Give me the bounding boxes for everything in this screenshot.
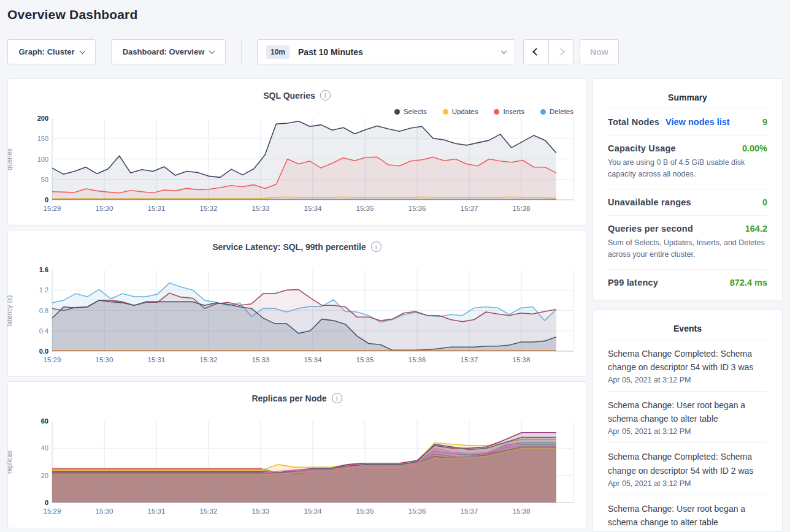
- svg-text:15:33: 15:33: [252, 507, 270, 515]
- event-timestamp: Apr 05, 2021 at 3:12 PM: [608, 376, 767, 384]
- sql-queries-panel: SQL Queries i SelectsUpdatesInsertsDelet…: [7, 78, 586, 226]
- svg-text:200: 200: [37, 115, 48, 122]
- summary-description: You are using 0 B of 4.5 GiB usable disk…: [608, 157, 767, 181]
- legend-dot-icon: [394, 109, 400, 115]
- service-latency-panel: Service Latency: SQL, 99th percentile i …: [7, 230, 586, 377]
- toolbar: Graph: Cluster Dashboard: Overview 10m P…: [7, 39, 619, 64]
- event-text: Schema Change Completed: Schema change o…: [608, 347, 767, 374]
- summary-value: 164.2: [745, 224, 767, 234]
- summary-value: 0.00%: [742, 143, 767, 153]
- event-text: Schema Change Completed: Schema change o…: [608, 450, 767, 477]
- svg-text:0.4: 0.4: [39, 327, 48, 335]
- svg-text:15:37: 15:37: [461, 507, 478, 515]
- svg-text:40: 40: [41, 444, 48, 452]
- time-prev-button[interactable]: [524, 40, 548, 64]
- summary-title: Summary: [608, 88, 767, 108]
- events-card: Events Schema Change Completed: Schema c…: [592, 310, 783, 532]
- svg-text:15:32: 15:32: [200, 356, 218, 363]
- event-timestamp: Apr 05, 2021 at 3:12 PM: [608, 479, 767, 488]
- summary-row-qps: Queries per second 164.2 Sum of Selects,…: [608, 215, 767, 269]
- chevron-left-icon: [532, 48, 540, 56]
- y-axis-label: latency (s): [0, 270, 18, 351]
- svg-text:15:34: 15:34: [304, 205, 322, 212]
- svg-text:1.2: 1.2: [39, 286, 48, 294]
- time-window-label: Past 10 Minutes: [298, 47, 363, 57]
- svg-text:15:29: 15:29: [44, 205, 61, 212]
- svg-text:0: 0: [45, 196, 48, 203]
- legend-dot-icon: [540, 109, 546, 115]
- time-range-select[interactable]: 10m Past 10 Minutes: [257, 39, 515, 64]
- event-text: Schema Change: User root began a schema …: [608, 502, 767, 529]
- chevron-down-icon: [209, 48, 215, 54]
- legend-dot-icon: [443, 109, 448, 115]
- replicas-chart: replicas 020406015:2915:3015:3115:3215:3…: [24, 417, 587, 518]
- legend-dot-icon: [494, 109, 499, 115]
- svg-text:15:32: 15:32: [200, 205, 218, 212]
- svg-text:15:38: 15:38: [513, 205, 531, 212]
- graph-dropdown-label: Graph: Cluster: [18, 47, 74, 56]
- event-item: Schema Change: User root began a schema …: [608, 391, 767, 443]
- svg-text:100: 100: [37, 156, 48, 163]
- svg-text:15:36: 15:36: [408, 356, 426, 363]
- chart-title: SQL Queries: [263, 91, 315, 101]
- events-title: Events: [608, 319, 767, 340]
- svg-text:15:34: 15:34: [304, 356, 322, 363]
- summary-row-capacity: Capacity Usage 0.00% You are using 0 B o…: [608, 135, 767, 189]
- summary-row-p99: P99 latency 872.4 ms: [608, 269, 767, 295]
- y-axis-label: queries: [0, 118, 18, 200]
- svg-text:15:32: 15:32: [200, 507, 218, 515]
- svg-text:15:29: 15:29: [44, 356, 61, 363]
- chart-title: Service Latency: SQL, 99th percentile: [212, 242, 366, 252]
- svg-text:15:35: 15:35: [356, 507, 374, 515]
- sql-queries-chart: queries 05010015020015:2915:3015:3115:32…: [24, 115, 587, 215]
- dashboard-dropdown-label: Dashboard: Overview: [123, 47, 205, 56]
- chart-title: Replicas per Node: [251, 393, 326, 403]
- replicas-panel: Replicas per Node i replicas 020406015:2…: [7, 381, 586, 528]
- svg-text:150: 150: [37, 135, 48, 142]
- dashboard-dropdown[interactable]: Dashboard: Overview: [111, 39, 226, 64]
- replicas-chart-svg: 020406015:2915:3015:3115:3215:3315:3415:…: [24, 417, 587, 518]
- svg-text:15:35: 15:35: [356, 205, 374, 212]
- svg-text:60: 60: [41, 417, 48, 425]
- svg-text:20: 20: [41, 472, 48, 479]
- graph-dropdown[interactable]: Graph: Cluster: [7, 39, 96, 64]
- svg-text:15:29: 15:29: [44, 507, 61, 515]
- svg-text:15:36: 15:36: [408, 205, 426, 212]
- summary-row-total-nodes: Total Nodes View nodes list 9: [608, 108, 767, 135]
- summary-value: 872.4 ms: [730, 278, 767, 287]
- time-nav-arrows: [523, 39, 573, 64]
- view-nodes-list-link[interactable]: View nodes list: [665, 117, 730, 127]
- page-title: Overview Dashboard: [7, 7, 138, 22]
- event-timestamp: Apr 05, 2021 at 3:12 PM: [608, 427, 767, 436]
- svg-text:15:35: 15:35: [356, 356, 374, 363]
- svg-text:15:37: 15:37: [461, 356, 478, 363]
- svg-text:15:34: 15:34: [304, 507, 322, 515]
- svg-text:15:36: 15:36: [408, 507, 426, 515]
- chevron-down-icon: [79, 48, 85, 54]
- svg-text:15:31: 15:31: [148, 356, 166, 363]
- summary-description: Sum of Selects, Updates, Inserts, and De…: [608, 237, 767, 261]
- chevron-down-icon: [501, 48, 507, 54]
- svg-text:15:33: 15:33: [252, 356, 270, 363]
- event-item: Schema Change Completed: Schema change o…: [608, 340, 767, 391]
- info-icon[interactable]: i: [371, 241, 382, 252]
- svg-text:15:31: 15:31: [148, 507, 166, 515]
- svg-text:15:30: 15:30: [96, 356, 113, 363]
- svg-text:15:30: 15:30: [96, 205, 113, 212]
- svg-text:15:37: 15:37: [461, 205, 478, 212]
- time-next-button[interactable]: [548, 40, 573, 64]
- info-icon[interactable]: i: [320, 90, 331, 101]
- summary-label: P99 latency: [608, 278, 658, 287]
- summary-value: 9: [762, 117, 767, 127]
- svg-text:15:33: 15:33: [252, 205, 270, 212]
- chevron-right-icon: [557, 48, 565, 56]
- info-icon[interactable]: i: [332, 393, 342, 403]
- now-button[interactable]: Now: [580, 39, 619, 64]
- summary-value: 0: [762, 197, 767, 207]
- service-latency-chart-svg: 0.00.40.81.21.615:2915:3015:3115:3215:33…: [24, 266, 587, 367]
- summary-label: Capacity Usage: [608, 143, 676, 153]
- summary-label: Total Nodes: [608, 117, 659, 127]
- svg-text:0.8: 0.8: [39, 307, 48, 314]
- svg-text:1.6: 1.6: [39, 266, 48, 273]
- event-item: Schema Change Completed: Schema change o…: [608, 443, 767, 494]
